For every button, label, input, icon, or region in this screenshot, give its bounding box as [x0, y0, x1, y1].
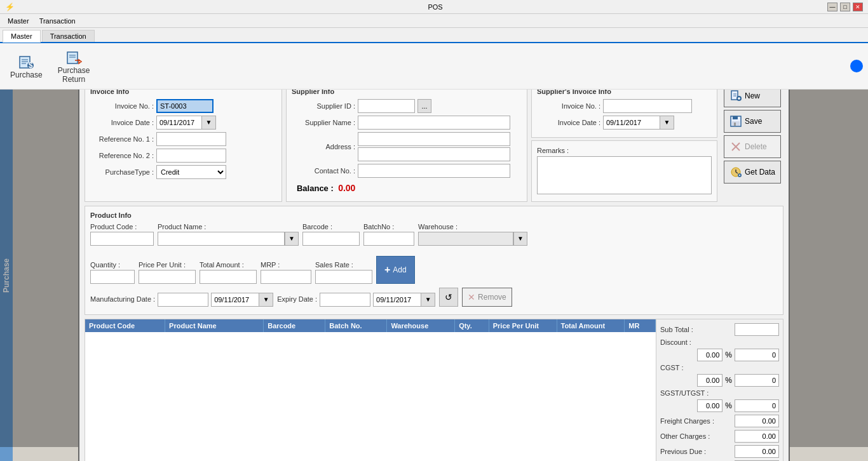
sales-rate-label: Sales Rate : [315, 261, 372, 269]
cgst-pct-input[interactable] [697, 374, 722, 387]
tab-transaction[interactable]: Transaction [42, 30, 95, 42]
expiry-date-input[interactable] [320, 293, 370, 307]
suppliers-invoice-title: Supplier's Invoice Info [537, 90, 712, 95]
supplier-id-label: Supplier ID : [292, 102, 355, 110]
price-per-unit-input[interactable] [139, 270, 196, 284]
warehouse-input[interactable] [418, 232, 513, 246]
ref-no2-input[interactable] [156, 149, 226, 163]
grid-col-price: Price Per Unit [489, 319, 557, 332]
expiry-date-picker[interactable]: ▼ [421, 293, 435, 307]
purchase-return-icon [65, 48, 83, 66]
restore-button[interactable]: □ [840, 3, 850, 11]
invoice-info-title: Invoice Info [90, 90, 276, 95]
expiry-date-value[interactable] [373, 293, 421, 307]
ref-no1-label: Reference No. 1 : [90, 135, 154, 143]
product-code-field: Product Code : [90, 223, 154, 246]
total-amount-input[interactable] [200, 270, 257, 284]
supplier-id-browse[interactable]: ... [417, 99, 431, 113]
discount-label: Discount : [660, 338, 691, 346]
batch-no-field: BatchNo : [363, 223, 414, 246]
sales-rate-input[interactable] [315, 270, 372, 284]
cgst-value-row: % [660, 374, 779, 387]
add-product-button[interactable]: + Add [376, 256, 415, 284]
tabs-area: Master Transaction [0, 28, 868, 43]
product-code-input[interactable] [90, 232, 154, 246]
sgst-value-row: % [660, 399, 779, 412]
purchase-icon: $ [17, 53, 35, 70]
menu-bar: Master Transaction [0, 14, 868, 28]
mfg-date-value[interactable] [211, 293, 259, 307]
remove-product-button[interactable]: ✕ Remove [462, 288, 512, 307]
supplier-name-input[interactable] [358, 116, 510, 130]
supplier-id-row: Supplier ID : ... [292, 99, 522, 113]
invoice-no-input[interactable] [156, 99, 214, 113]
delete-label: Delete [745, 142, 767, 151]
grid-col-qty: Qty. [455, 319, 489, 332]
invoice-date-label: Invoice Date : [90, 119, 154, 126]
ref-no2-row: Reference No. 2 : [90, 149, 276, 163]
purchase-type-label: PurchaseType : [90, 168, 154, 176]
reset-button[interactable]: ↺ [439, 288, 458, 307]
purchase-button[interactable]: $ Purchase [5, 50, 48, 82]
grid-header: Product Code Product Name Barcode Batch … [85, 319, 656, 332]
sup-invoice-date-row: Invoice Date : ▼ [537, 116, 712, 130]
address-input-2[interactable] [358, 147, 510, 161]
sup-invoice-no-input[interactable] [603, 99, 692, 113]
sup-invoice-date-picker[interactable]: ▼ [660, 116, 674, 130]
save-button[interactable]: Save [724, 110, 781, 133]
svg-rect-18 [734, 123, 736, 126]
delete-button[interactable]: Delete [724, 135, 781, 158]
quantity-input[interactable] [90, 270, 135, 284]
sub-total-input[interactable] [735, 323, 779, 336]
grid-body [85, 332, 656, 462]
toolbar: $ Purchase PurchaseReturn [0, 43, 868, 90]
ref-no1-input[interactable] [156, 132, 226, 146]
batch-no-input[interactable] [363, 232, 414, 246]
close-button[interactable]: ✕ [853, 3, 863, 11]
mfg-date-picker[interactable]: ▼ [259, 293, 273, 307]
cgst-pct-symbol: % [724, 374, 733, 387]
warehouse-dropdown[interactable]: ▼ [513, 232, 527, 246]
add-label: Add [393, 265, 406, 274]
product-code-label: Product Code : [90, 223, 154, 230]
get-data-button[interactable]: Get Data [724, 161, 781, 184]
new-button[interactable]: New [724, 90, 781, 107]
supplier-name-label: Supplier Name : [292, 119, 355, 126]
mfg-date-input[interactable] [158, 293, 208, 307]
batch-no-label: BatchNo : [363, 223, 414, 230]
product-name-input[interactable] [158, 232, 285, 246]
remarks-textarea[interactable] [537, 156, 712, 194]
menu-master[interactable]: Master [3, 16, 34, 26]
sup-invoice-date-input[interactable] [603, 116, 660, 130]
remarks-label: Remarks : [537, 147, 569, 154]
product-grid: Product Code Product Name Barcode Batch … [85, 319, 656, 462]
menu-transaction[interactable]: Transaction [34, 16, 81, 26]
title-bar-icon: ⚡ [5, 3, 15, 11]
address-input-1[interactable] [358, 132, 510, 146]
supplier-id-input[interactable] [358, 99, 415, 113]
product-name-dropdown[interactable]: ▼ [285, 232, 299, 246]
discount-val-input[interactable] [735, 349, 779, 361]
quantity-field: Quantity : [90, 261, 135, 284]
discount-pct-input[interactable] [697, 349, 722, 361]
discount-row: Discount : [660, 338, 779, 346]
sgst-val-input[interactable] [735, 399, 779, 412]
minimize-button[interactable]: — [827, 3, 837, 11]
other-charges-input[interactable] [735, 430, 779, 443]
purchase-return-button[interactable]: PurchaseReturn [53, 46, 95, 86]
barcode-input[interactable] [302, 232, 360, 246]
contact-input[interactable] [358, 164, 510, 178]
grid-col-mrp: MR [625, 319, 656, 332]
right-panel: Sub Total : Discount : % [656, 319, 783, 462]
sgst-pct-input[interactable] [697, 399, 722, 412]
modal-overlay: Purchase Entry ✕ Invoice Info Invoice No… [0, 90, 868, 447]
invoice-date-picker[interactable]: ▼ [202, 116, 216, 130]
purchase-type-select[interactable]: Credit Cash [156, 165, 226, 179]
prev-due-input[interactable] [735, 445, 779, 458]
mrp-input[interactable] [261, 270, 311, 284]
cgst-val-input[interactable] [735, 374, 779, 387]
tab-master[interactable]: Master [3, 30, 41, 43]
price-per-unit-label: Price Per Unit : [139, 261, 196, 269]
invoice-date-input[interactable] [156, 116, 202, 130]
freight-input[interactable] [735, 415, 779, 427]
